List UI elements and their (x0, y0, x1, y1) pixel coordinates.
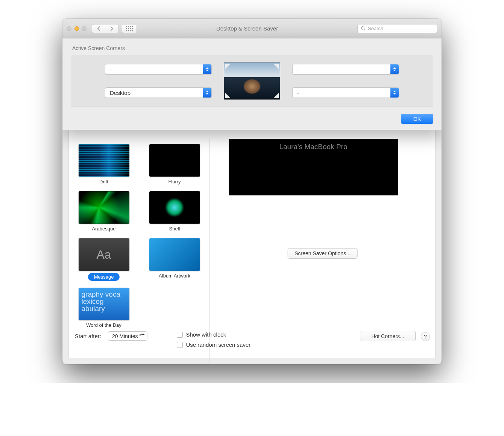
minimize-window-icon[interactable] (74, 26, 79, 31)
preview-computer-name: Laura's MacBook Pro (279, 143, 347, 195)
thumb-shell (149, 191, 200, 224)
help-button[interactable]: ? (421, 332, 430, 341)
saver-label: Flurry (168, 179, 181, 184)
updown-icon (203, 64, 211, 74)
thumb-message: Aa (79, 238, 129, 271)
ok-button[interactable]: OK (401, 114, 433, 124)
thumb-flurry (149, 144, 200, 177)
sheet-heading: Active Screen Corners (72, 45, 433, 51)
saver-drift[interactable]: Drift (74, 144, 134, 184)
corner-top-right-select[interactable]: - (292, 64, 399, 75)
saver-flurry[interactable]: Flurry (145, 144, 204, 184)
help-icon: ? (424, 334, 427, 340)
saver-shell[interactable]: Shell (145, 191, 204, 232)
saver-album-artwork[interactable]: Album Artwork (145, 238, 204, 281)
window-title: Desktop & Screen Saver (137, 25, 357, 32)
thumb-arabesque (79, 191, 129, 224)
back-button[interactable] (92, 24, 105, 33)
titlebar: Desktop & Screen Saver Search (62, 19, 442, 38)
updown-icon (390, 88, 399, 98)
thumb-drift (79, 144, 129, 177)
checkbox-icon (177, 342, 183, 348)
search-icon (361, 26, 366, 31)
hot-corners-sheet: Active Screen Corners - Desktop - (62, 38, 442, 130)
show-all-button[interactable] (122, 24, 137, 33)
chevron-right-icon (110, 26, 114, 31)
grid-icon (126, 26, 133, 31)
corner-indicator-icon (273, 93, 279, 98)
search-field[interactable]: Search (357, 24, 437, 33)
thumb-word: graphy voca lexicog abulary (79, 288, 129, 320)
saver-label: Word of the Day (86, 322, 121, 328)
search-placeholder: Search (368, 26, 383, 31)
saver-arabesque[interactable]: Arabesque (74, 191, 134, 232)
window-controls (67, 26, 87, 31)
screensaver-preview: Laura's MacBook Pro (229, 139, 398, 195)
nav-buttons (92, 24, 119, 33)
corner-indicator-icon (225, 64, 231, 69)
updown-icon (203, 88, 211, 98)
corner-indicator-icon (225, 93, 231, 98)
corner-indicator-icon (273, 64, 279, 69)
corner-top-left-select[interactable]: - (105, 64, 212, 75)
updown-icon (390, 64, 399, 74)
monitor-preview (224, 62, 280, 100)
stepper-icon: ▲▼ (139, 333, 145, 336)
saver-label: Drift (99, 179, 108, 184)
bottom-controls: Start after: 20 Minutes ▲▼ Show with clo… (69, 328, 435, 358)
forward-button[interactable] (105, 24, 119, 33)
hot-corners-button[interactable]: Hot Corners... (360, 331, 416, 341)
svg-line-1 (364, 29, 365, 30)
start-after-select[interactable]: 20 Minutes ▲▼ (108, 331, 147, 341)
zoom-window-icon[interactable] (82, 26, 87, 31)
saver-label: Album Artwork (159, 273, 190, 279)
preferences-window: Desktop & Screen Saver Search Drift Flur… (62, 19, 442, 364)
corner-bottom-left-select[interactable]: Desktop (105, 87, 212, 98)
checkbox-icon (177, 332, 183, 338)
saver-message[interactable]: Aa Message (74, 238, 134, 281)
screensaver-options-button[interactable]: Screen Saver Options... (287, 248, 358, 259)
use-random-checkbox[interactable]: Use random screen saver (177, 341, 429, 348)
corner-bottom-right-select[interactable]: - (292, 87, 399, 98)
corners-box: - Desktop - - (71, 55, 433, 107)
saver-label: Shell (169, 226, 180, 232)
saver-label-selected: Message (88, 273, 120, 281)
close-window-icon[interactable] (67, 26, 71, 31)
chevron-left-icon (97, 26, 100, 31)
saver-label: Arabesque (92, 226, 116, 232)
saver-word-of-the-day[interactable]: graphy voca lexicog abulary Word of the … (74, 288, 134, 328)
start-after-label: Start after: (75, 333, 101, 339)
thumb-album (149, 238, 200, 271)
